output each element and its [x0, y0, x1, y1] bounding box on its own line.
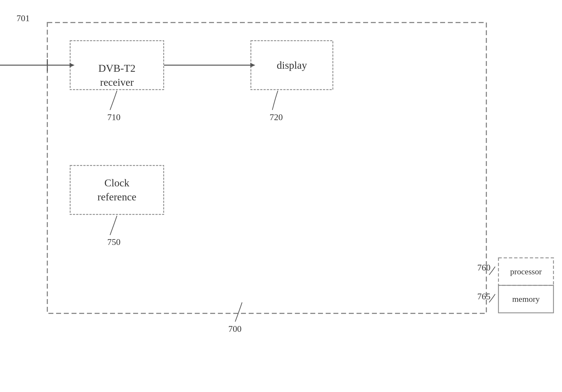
label-750: 750 [107, 237, 120, 247]
processor-box: processor [498, 258, 553, 285]
clock-reference-box: Clock reference [70, 165, 164, 214]
label-760: 760 [477, 263, 490, 273]
label-720: 720 [270, 112, 283, 122]
memory-box: memory [498, 285, 553, 313]
display-box: display [251, 41, 333, 90]
svg-rect-1 [70, 41, 164, 90]
label-701: 701 [17, 13, 30, 23]
svg-rect-3 [70, 165, 164, 214]
clock-line1: Clock [97, 176, 136, 190]
processor-label: processor [510, 267, 542, 276]
svg-marker-7 [70, 63, 75, 67]
svg-rect-0 [47, 23, 486, 313]
diagram-container: .dashed-outer { stroke: #888; stroke-wid… [0, 0, 562, 392]
dvb-receiver-line2: receiver [98, 75, 135, 89]
label-700: 700 [228, 324, 242, 334]
svg-rect-2 [251, 41, 333, 90]
dvb-receiver-line1: DVB-T2 [98, 61, 135, 75]
label-710: 710 [107, 112, 120, 122]
svg-overlay: .dashed-outer { stroke: #888; stroke-wid… [0, 0, 562, 392]
display-label: display [277, 59, 307, 71]
dvb-receiver-box: DVB-T2 receiver [70, 51, 164, 100]
label-765: 765 [477, 291, 490, 302]
svg-marker-10 [250, 63, 255, 67]
clock-line2: reference [97, 190, 136, 204]
memory-label: memory [512, 294, 540, 304]
